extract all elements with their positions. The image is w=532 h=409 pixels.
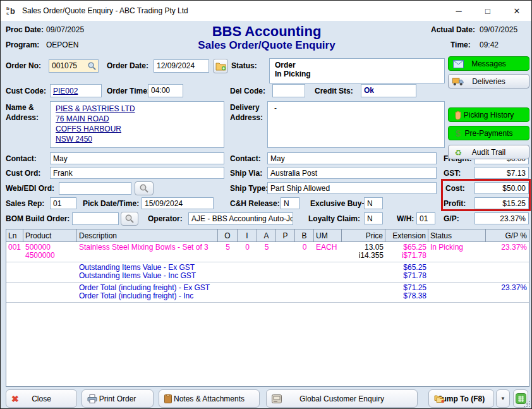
summary-gp bbox=[486, 292, 529, 300]
audit-trail-label: Audit Trail bbox=[472, 148, 505, 157]
jump-to-dropdown-button[interactable]: ▼ bbox=[496, 389, 510, 408]
del-code-field[interactable] bbox=[272, 84, 305, 97]
order-no-field[interactable]: 001075 bbox=[49, 59, 99, 73]
resize-grip[interactable] bbox=[524, 401, 530, 407]
cust-code-field[interactable]: PIE002 bbox=[50, 84, 102, 97]
cell-product: 500000 bbox=[23, 243, 77, 252]
print-order-label: Print Order bbox=[99, 394, 136, 403]
sales-rep-label: Sales Rep: bbox=[6, 199, 44, 208]
col-header-um[interactable]: UM bbox=[314, 229, 342, 241]
cust-ord-field[interactable]: Frank bbox=[50, 167, 224, 179]
order-date-value: 12/09/2024 bbox=[157, 61, 195, 70]
global-customer-enquiry-button[interactable]: Global Customer Enquiry bbox=[266, 389, 418, 408]
delivery-address-label-line2: Address: bbox=[230, 113, 263, 122]
audit-trail-button[interactable]: ♻ Audit Trail bbox=[448, 145, 529, 159]
item-row-block[interactable]: 001 500000 Stainless Steel Mixing Bowls … bbox=[6, 242, 529, 262]
envelope-icon bbox=[452, 59, 464, 69]
jump-to-button[interactable]: Jump To (F8) bbox=[428, 389, 494, 408]
summary-extension: $71.25 bbox=[385, 284, 428, 292]
contact-label: Contact: bbox=[6, 154, 37, 163]
address-line-2[interactable]: 76 MAIN ROAD bbox=[56, 114, 219, 124]
profit-value: $15.25 bbox=[502, 199, 526, 208]
deliveries-button[interactable]: Deliveries bbox=[448, 74, 529, 89]
cell-description: Stainless Steel Mixing Bowls - Set of 3 bbox=[77, 243, 218, 252]
time-value: 09:42 bbox=[480, 40, 499, 49]
summary-extension: $71.78 bbox=[385, 272, 428, 280]
bom-search-button[interactable] bbox=[121, 212, 138, 226]
window-title: Sales Order/Quote Enquiry - ABC Trading … bbox=[22, 6, 188, 15]
ship-contact-field[interactable]: May bbox=[267, 152, 437, 164]
cust-code-link[interactable]: PIE002 bbox=[53, 87, 78, 95]
notes-attachments-button[interactable]: Notes & Attachments bbox=[159, 389, 260, 408]
picking-history-label: Picking History bbox=[464, 111, 514, 119]
credit-sts-field: Ok bbox=[361, 84, 416, 97]
order-date-label: Order Date: bbox=[107, 61, 148, 70]
cell-p bbox=[276, 243, 295, 252]
dollar-icon: $ bbox=[452, 128, 464, 138]
close-window-button[interactable]: ✕ bbox=[502, 1, 531, 21]
open-order-button[interactable] bbox=[213, 59, 228, 73]
ship-type-field[interactable]: Part Ship Allowed bbox=[267, 182, 437, 194]
col-header-extension[interactable]: Extension bbox=[385, 229, 428, 241]
cell-extension-2: i$71.78 bbox=[385, 252, 428, 260]
sales-rep-value: 01 bbox=[53, 199, 61, 208]
col-header-price[interactable]: Price bbox=[342, 229, 385, 241]
exclusive-buy-in-field[interactable]: N bbox=[364, 197, 383, 209]
order-date-field[interactable]: 12/09/2024 bbox=[154, 59, 209, 73]
clipboard-icon bbox=[164, 394, 172, 403]
search-icon bbox=[139, 183, 149, 193]
order-no-label: Order No: bbox=[6, 61, 41, 70]
col-header-i[interactable]: I bbox=[238, 229, 257, 241]
cell-ln: 001 bbox=[6, 243, 23, 252]
terminal-icon bbox=[272, 394, 282, 403]
web-edi-ord-field[interactable] bbox=[59, 182, 131, 195]
name-address-field[interactable]: PIES & PASTRIES LTD 76 MAIN ROAD COFFS H… bbox=[50, 101, 224, 148]
print-order-button[interactable]: Print Order bbox=[82, 389, 154, 408]
search-icon[interactable] bbox=[87, 61, 97, 71]
col-header-b[interactable]: B bbox=[295, 229, 314, 241]
hand-icon bbox=[452, 110, 464, 120]
pre-payments-button[interactable]: $ Pre-Payments bbox=[448, 126, 529, 140]
col-header-description[interactable]: Description bbox=[77, 229, 218, 241]
gst-field: $7.13 bbox=[475, 167, 529, 179]
pick-datetime-field[interactable]: 15/09/2024 bbox=[142, 197, 214, 209]
order-time-label: Order Time: bbox=[107, 87, 150, 95]
address-line-1[interactable]: PIES & PASTRIES LTD bbox=[56, 104, 219, 114]
col-header-a[interactable]: A bbox=[257, 229, 276, 241]
gp-field: 23.37% bbox=[475, 212, 529, 224]
address-line-3[interactable]: COFFS HARBOUR bbox=[56, 124, 219, 134]
delivery-address-field[interactable]: - bbox=[267, 101, 445, 148]
warehouse-label: W/H: bbox=[397, 214, 414, 223]
close-button[interactable]: ✖ Close bbox=[6, 389, 77, 408]
maximize-button[interactable]: □ bbox=[473, 1, 502, 21]
col-header-gp[interactable]: G/P % bbox=[486, 229, 529, 241]
col-header-status[interactable]: Status bbox=[428, 229, 486, 241]
sales-rep-field[interactable]: 01 bbox=[50, 197, 76, 209]
messages-button[interactable]: Messages bbox=[448, 56, 529, 71]
grid-header-row: Ln Product Description O I A P B UM Pric… bbox=[6, 229, 529, 242]
operator-field: AJE - BBS Accounting Auto-Jol bbox=[188, 212, 293, 225]
credit-sts-label: Credit Sts: bbox=[315, 87, 353, 95]
credit-sts-value: Ok bbox=[364, 86, 374, 95]
web-edi-search-button[interactable] bbox=[135, 181, 154, 195]
close-icon: ✖ bbox=[11, 394, 19, 404]
operator-label: Operator: bbox=[148, 214, 183, 223]
cost-label: Cost: bbox=[445, 184, 465, 193]
loyalty-claim-value: N bbox=[367, 214, 373, 223]
minimize-button[interactable]: ─ bbox=[444, 1, 473, 21]
col-header-o[interactable]: O bbox=[218, 229, 238, 241]
picking-history-button[interactable]: Picking History bbox=[448, 107, 529, 122]
close-label: Close bbox=[32, 394, 51, 403]
bom-build-order-field[interactable] bbox=[72, 212, 119, 225]
loyalty-claim-field[interactable]: N bbox=[364, 212, 383, 224]
order-time-field[interactable]: 04:00 bbox=[148, 84, 183, 97]
col-header-ln[interactable]: Ln bbox=[6, 229, 23, 241]
address-line-4[interactable]: NSW 2450 bbox=[56, 134, 219, 144]
ch-release-field[interactable]: N bbox=[281, 197, 299, 209]
ship-via-field[interactable]: Australia Post bbox=[267, 167, 437, 179]
contact-field[interactable]: May bbox=[50, 152, 224, 164]
warehouse-field[interactable]: 01 bbox=[416, 212, 435, 224]
summary-row: Order Total (including freight) - Inc $7… bbox=[6, 292, 529, 300]
col-header-product[interactable]: Product bbox=[23, 229, 77, 241]
col-header-p[interactable]: P bbox=[276, 229, 295, 241]
